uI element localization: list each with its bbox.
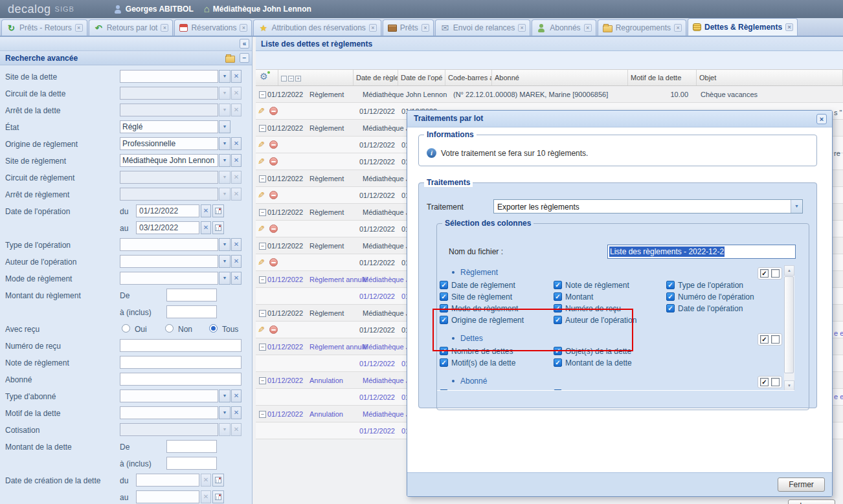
checkbox-checked[interactable]: ✓	[440, 389, 448, 391]
chevron-down-icon[interactable]: ▼	[219, 120, 230, 133]
clear-icon[interactable]: ✕	[231, 154, 242, 167]
tab-attribution-des-r-servations[interactable]: ★Attribution des réservations×	[253, 19, 381, 36]
chevron-down-icon[interactable]: ▼	[219, 188, 230, 201]
amount-input[interactable]	[166, 305, 217, 318]
edit-icon[interactable]: ✎	[258, 257, 265, 267]
clear-icon[interactable]: ✕	[231, 272, 242, 285]
chevron-down-icon[interactable]: ▼	[219, 255, 230, 268]
clear-icon[interactable]: ✕	[231, 87, 242, 100]
checkbox-checked[interactable]: ✓	[554, 316, 562, 324]
combo-value-circuit-de-la-dette[interactable]	[120, 87, 218, 100]
edit-icon[interactable]: ✎	[258, 140, 265, 149]
calendar-icon[interactable]	[212, 490, 224, 503]
combo-value-circuit-de-r-glement[interactable]	[120, 171, 218, 184]
tab-close-icon[interactable]: ×	[422, 24, 429, 32]
column-header-gear[interactable]: ⚙	[256, 70, 278, 85]
checkbox-checked[interactable]: ✓	[440, 304, 448, 312]
edit-icon[interactable]: ✎	[258, 106, 265, 116]
edit-icon[interactable]: ✎	[258, 157, 265, 166]
combo-value-motif-de-la-dette[interactable]	[120, 406, 218, 419]
combo-value-site-de-r-glement[interactable]: Médiathèque John Lennon	[120, 154, 218, 167]
select-all-checkbox[interactable]: ✓	[760, 335, 769, 344]
combo-value-tat[interactable]: Réglé	[120, 120, 218, 133]
text-input-note-de-r-glement[interactable]	[120, 356, 242, 369]
close-icon[interactable]: ×	[816, 114, 827, 124]
chevron-down-icon[interactable]: ▼	[219, 87, 230, 100]
date-input[interactable]	[136, 474, 199, 487]
checkbox-checked[interactable]: ✓	[554, 292, 562, 301]
chevron-down-icon[interactable]: ▼	[219, 389, 230, 402]
tab-close-icon[interactable]: ×	[240, 24, 247, 32]
select-all-checkbox[interactable]: ✓	[760, 378, 769, 386]
clear-icon[interactable]: ✕	[231, 70, 242, 83]
checkbox-checked[interactable]: ✓	[554, 389, 562, 391]
checkbox-checked[interactable]: ✓	[440, 316, 448, 324]
collapse-row-icon[interactable]: −	[259, 377, 266, 384]
tab-envoi-de-relances[interactable]: ✉Envoi de relances×	[435, 19, 530, 36]
clear-icon[interactable]: ✕	[231, 137, 242, 150]
tab-close-icon[interactable]: ×	[75, 24, 83, 32]
select-none-checkbox[interactable]	[771, 335, 780, 344]
tab-close-icon[interactable]: ×	[674, 24, 682, 32]
clear-icon[interactable]: ✕	[231, 389, 242, 402]
delete-icon[interactable]	[269, 325, 278, 334]
settings-gear-icon[interactable]: ⚙	[260, 71, 268, 82]
combo-value-arr-t-de-la-dette[interactable]	[120, 104, 218, 116]
checkbox-checked[interactable]: ✓	[666, 292, 675, 301]
chevron-down-icon[interactable]: ▼	[219, 154, 230, 167]
tab-close-icon[interactable]: ×	[785, 23, 793, 31]
date-input[interactable]	[136, 490, 199, 503]
text-input-abonn[interactable]	[120, 373, 242, 386]
collapse-row-icon[interactable]: −	[259, 344, 266, 351]
edit-icon[interactable]: ✎	[258, 325, 265, 334]
date-input[interactable]: 01/12/2022	[136, 204, 199, 217]
collapse-row-icon[interactable]: −	[259, 411, 266, 418]
tab-dettes-r-glements[interactable]: Dettes & Règlements×	[688, 18, 798, 36]
delete-icon[interactable]	[269, 225, 278, 233]
scroll-up-icon[interactable]: ▲	[784, 265, 794, 276]
tab-close-icon[interactable]: ×	[518, 24, 526, 32]
column-header-objet[interactable]: Objet	[697, 70, 843, 85]
select-all-checkbox[interactable]: ✓	[760, 269, 769, 278]
combo-value-type-d-abonn[interactable]	[120, 389, 218, 402]
radio-oui[interactable]	[122, 324, 130, 333]
combo-value-cotisation[interactable]	[120, 423, 218, 436]
scrollbar[interactable]: ▲ ▼	[784, 265, 794, 391]
checkbox-checked[interactable]: ✓	[554, 281, 562, 289]
combo-value-origine-de-r-glement[interactable]: Professionnelle	[120, 137, 218, 150]
delete-icon[interactable]	[269, 157, 278, 166]
tab-close-icon[interactable]: ×	[161, 24, 168, 32]
clear-icon[interactable]: ✕	[201, 490, 211, 503]
radio-non[interactable]	[165, 324, 174, 333]
delete-icon[interactable]	[269, 140, 278, 149]
tab-abonn-s[interactable]: Abonnés×	[532, 19, 596, 36]
calendar-icon[interactable]	[212, 221, 224, 234]
chevron-down-icon[interactable]: ▼	[219, 272, 230, 285]
clear-icon[interactable]: ✕	[231, 255, 242, 268]
collapse-all-icon[interactable]	[281, 76, 287, 82]
scroll-down-icon[interactable]: ▼	[784, 380, 794, 391]
amount-input[interactable]	[166, 457, 217, 470]
delete-icon[interactable]	[269, 191, 278, 199]
clear-icon[interactable]: ✕	[231, 188, 242, 201]
checkbox-checked[interactable]: ✓	[554, 347, 562, 355]
date-input[interactable]: 03/12/2022	[136, 221, 199, 234]
tab-close-icon[interactable]: ×	[584, 24, 592, 32]
column-header-date-de-l-op[interactable]: Date de l'opé	[398, 70, 445, 85]
tab-r-servations[interactable]: Réservations×	[174, 19, 252, 36]
radio-tous[interactable]	[209, 324, 218, 333]
combo-value-auteur-de-l-op-ration[interactable]	[120, 255, 218, 268]
combo-value-arr-t-de-r-glement[interactable]	[120, 188, 218, 201]
column-header-groupicons[interactable]: −+	[278, 70, 354, 85]
column-header-code-barres-ab[interactable]: Code-barres ab	[445, 70, 492, 85]
column-header-date-de-r-gle[interactable]: Date de règle	[354, 70, 398, 85]
clear-icon[interactable]: ✕	[201, 204, 211, 217]
chevron-down-icon[interactable]: ▼	[219, 104, 230, 116]
checkbox-checked[interactable]: ✓	[440, 347, 448, 355]
close-button[interactable]: Fermer	[778, 477, 825, 492]
checkbox-checked[interactable]: ✓	[666, 281, 675, 289]
column-header-motif-de-la-dette[interactable]: Motif de la dette	[628, 70, 697, 85]
edit-icon[interactable]: ✎	[258, 224, 265, 234]
clear-icon[interactable]: ✕	[231, 171, 242, 184]
checkbox-checked[interactable]: ✓	[440, 281, 448, 289]
